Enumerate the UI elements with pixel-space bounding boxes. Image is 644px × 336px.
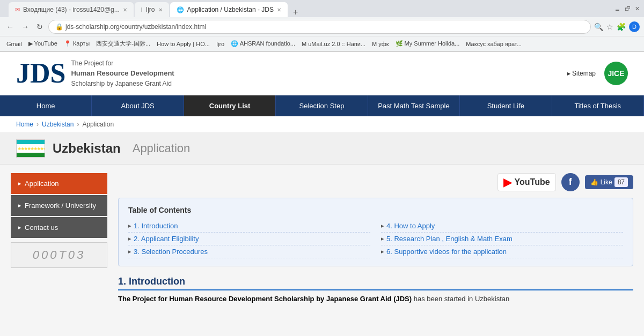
browser-toolbar: ← → ↻ 🔒 jds-scholarship.org/country/uzbe…	[0, 17, 644, 36]
toc-title: Table of Contents	[128, 206, 623, 214]
bookmark-star-icon[interactable]: ☆	[606, 23, 613, 31]
section-1-heading: 1. Introduction	[118, 276, 633, 290]
toc-item-3: ▸ 3. Selection Procedures	[128, 245, 370, 258]
toc-grid: ▸ 1. Introduction ▸ 2. Applicant Eligibi…	[128, 220, 623, 258]
main-content: ▸ Application ▸ Framework / University ▸…	[0, 165, 644, 337]
toc-right-column: ▸ 4. How to Apply ▸ 5. Research Plan , E…	[381, 220, 623, 258]
country-header: ⭐⭐⭐⭐⭐⭐⭐⭐⭐⭐⭐⭐ Uzbekistan Application	[0, 133, 644, 165]
window-controls: 🗕 🗗 ✕	[614, 5, 640, 12]
lock-icon: 🔒	[55, 23, 63, 31]
tab-close-email[interactable]: ✕	[123, 7, 127, 13]
reload-button[interactable]: ↻	[34, 21, 45, 32]
page-subtitle: Application	[133, 141, 191, 155]
toc-left-column: ▸ 1. Introduction ▸ 2. Applicant Eligibi…	[128, 220, 370, 258]
toc-item-6: ▸ 6. Supportive videos for the applicati…	[381, 245, 623, 258]
jds-logo[interactable]: JDS	[16, 59, 65, 87]
youtube-button[interactable]: ▶ YouTube	[497, 173, 556, 191]
bookmark-youtube[interactable]: ▶ YouTube	[26, 39, 60, 48]
tab-close-ijro[interactable]: ✕	[158, 7, 163, 13]
new-tab-button[interactable]: +	[289, 8, 302, 17]
jice-logo[interactable]: JICE	[604, 62, 628, 85]
nav-selection-step[interactable]: Selection Step	[276, 95, 368, 116]
nav-home[interactable]: Home	[0, 95, 92, 116]
toc-item-4: ▸ 4. How to Apply	[381, 220, 623, 233]
toc-link-2[interactable]: 2. Applicant Eligibility	[134, 235, 199, 243]
address-bar[interactable]: 🔒 jds-scholarship.org/country/uzbekistan…	[48, 20, 591, 34]
sidebar-item-contact[interactable]: ▸ Contact us	[11, 217, 107, 238]
breadcrumb-uzbekistan[interactable]: Uzbekistan	[42, 121, 74, 128]
sitemap-link[interactable]: ▸ Sitemap	[567, 70, 596, 77]
toc-item-5: ▸ 5. Research Plan , English & Math Exam	[381, 233, 623, 245]
toc-link-5[interactable]: 5. Research Plan , English & Math Exam	[386, 235, 513, 243]
sidebar-item-application[interactable]: ▸ Application	[11, 173, 107, 194]
bookmark-maxsus[interactable]: Максус хабар ярат...	[464, 40, 524, 48]
search-icon[interactable]: 🔍	[594, 23, 603, 31]
social-row: ▶ YouTube f 👍 Like 87	[118, 173, 633, 191]
like-button[interactable]: 👍 Like 87	[585, 175, 633, 189]
logo-tagline: The Project for Human Resource Developme…	[71, 58, 174, 88]
sidebar: ▸ Application ▸ Framework / University ▸…	[11, 173, 107, 337]
url-text: jds-scholarship.org/country/uzbekistan/i…	[65, 23, 206, 31]
toc-link-4[interactable]: 4. How to Apply	[386, 222, 435, 230]
thumbs-up-icon: 👍	[590, 178, 598, 186]
bookmark-ahsran[interactable]: 🌐 AHSRAN foundatio...	[229, 39, 297, 48]
bookmark-ufk[interactable]: M уфк	[370, 40, 391, 48]
country-name: Uzbekistan	[53, 141, 121, 156]
nav-country-list[interactable]: Country List	[184, 95, 276, 116]
sidebar-arrow-contact: ▸	[18, 224, 21, 231]
toolbar-icons: 🔍 ☆ 🧩 D	[594, 21, 640, 32]
site-header: JDS The Project for Human Resource Devel…	[0, 52, 644, 95]
browser-chrome: ✉ Входящие (43) - irossu1420@g... ✕ I Ij…	[0, 0, 644, 52]
breadcrumb-home[interactable]: Home	[16, 121, 33, 128]
like-count: 87	[614, 177, 628, 187]
flag-uzbekistan: ⭐⭐⭐⭐⭐⭐⭐⭐⭐⭐⭐⭐	[16, 139, 45, 158]
bookmark-ijro[interactable]: Ijro	[214, 40, 226, 48]
site-nav: Home About JDS Country List Selection St…	[0, 95, 644, 116]
youtube-label: YouTube	[515, 177, 550, 187]
sidebar-item-framework[interactable]: ▸ Framework / University	[11, 195, 107, 216]
bookmarks-bar: Gmail ▶ YouTube 📍 Карты 西安交通大学-国际... How…	[0, 36, 644, 51]
tab-close-jds[interactable]: ✕	[277, 7, 281, 13]
toc-link-6[interactable]: 6. Supportive videos for the application	[386, 248, 507, 256]
titlebar: ✉ Входящие (43) - irossu1420@g... ✕ I Ij…	[0, 0, 644, 17]
bookmark-xian[interactable]: 西安交通大学-国际...	[94, 39, 152, 49]
breadcrumb: Home › Uzbekistan › Application	[0, 116, 644, 133]
bookmark-gmail[interactable]: Gmail	[4, 40, 24, 48]
extensions-icon[interactable]: 🧩	[617, 23, 626, 31]
table-of-contents: Table of Contents ▸ 1. Introduction ▸ 2.…	[118, 198, 633, 266]
nav-math-test[interactable]: Past Math Test Sample	[368, 95, 460, 116]
header-right: ▸ Sitemap JICE	[567, 62, 628, 85]
section-1-text: The Project for Human Resource Developme…	[118, 294, 633, 305]
bookmark-maps[interactable]: 📍 Карты	[62, 39, 92, 48]
back-button[interactable]: ←	[4, 21, 16, 32]
tab-email[interactable]: ✉ Входящие (43) - irossu1420@g... ✕	[9, 2, 134, 17]
toc-item-2: ▸ 2. Applicant Eligibility	[128, 233, 370, 245]
bookmark-summer[interactable]: 🌿 My Summer Holida...	[393, 39, 462, 48]
nav-thesis[interactable]: Titles of Thesis	[552, 95, 644, 116]
account-icon[interactable]: D	[629, 21, 640, 32]
captcha: 000T03	[11, 242, 107, 268]
forward-button[interactable]: →	[19, 21, 31, 32]
nav-about[interactable]: About JDS	[92, 95, 184, 116]
facebook-button[interactable]: f	[561, 173, 580, 191]
content-area: ▶ YouTube f 👍 Like 87 Table of Contents	[118, 173, 633, 337]
logo-area: JDS The Project for Human Resource Devel…	[16, 58, 174, 88]
youtube-icon: ▶	[503, 176, 511, 189]
bookmark-umail[interactable]: M uMail.uz 2.0 :: Напи...	[299, 40, 368, 48]
sidebar-arrow-framework: ▸	[18, 202, 21, 209]
toc-item-1: ▸ 1. Introduction	[128, 220, 370, 233]
breadcrumb-current: Application	[82, 121, 114, 128]
sidebar-arrow-application: ▸	[18, 180, 21, 187]
tab-ijro[interactable]: I Ijro ✕	[135, 2, 169, 17]
nav-student-life[interactable]: Student Life	[460, 95, 552, 116]
bookmark-howtoapply[interactable]: How to Apply | HO...	[155, 40, 212, 48]
website: JDS The Project for Human Resource Devel…	[0, 52, 644, 336]
tab-jds[interactable]: 🌐 Application / Uzbekistan - JDS ✕	[170, 2, 288, 17]
toc-link-3[interactable]: 3. Selection Procedures	[134, 248, 208, 256]
toc-link-1[interactable]: 1. Introduction	[134, 222, 178, 230]
